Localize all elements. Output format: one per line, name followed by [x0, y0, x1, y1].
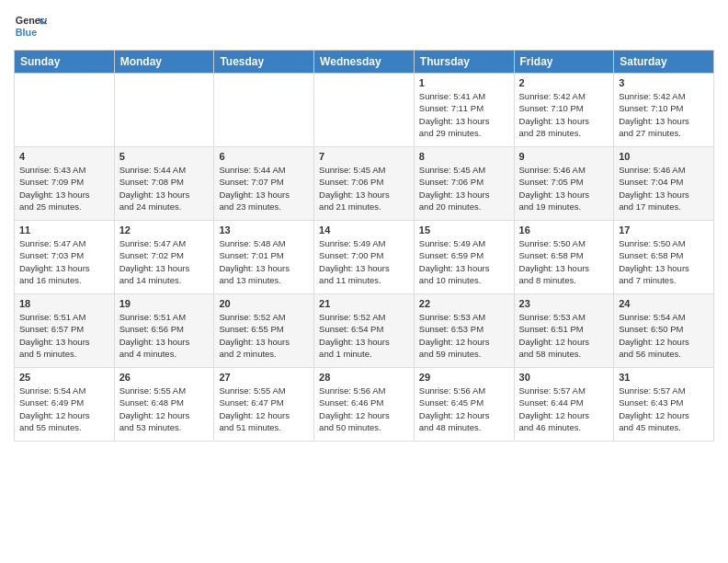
calendar-cell: 15Sunrise: 5:49 AMSunset: 6:59 PMDayligh… — [414, 221, 514, 294]
day-number: 26 — [119, 372, 210, 383]
calendar-cell: 29Sunrise: 5:56 AMSunset: 6:45 PMDayligh… — [414, 368, 514, 442]
calendar-cell: 21Sunrise: 5:52 AMSunset: 6:54 PMDayligh… — [314, 294, 415, 368]
day-number: 3 — [619, 77, 709, 88]
cell-content: Sunrise: 5:56 AMSunset: 6:45 PMDaylight:… — [419, 385, 509, 433]
week-row-3: 11Sunrise: 5:47 AMSunset: 7:03 PMDayligh… — [15, 221, 714, 294]
cell-content: Sunrise: 5:41 AMSunset: 7:11 PMDaylight:… — [419, 90, 509, 139]
cell-content: Sunrise: 5:53 AMSunset: 6:51 PMDaylight:… — [519, 311, 609, 360]
cell-content: Sunrise: 5:48 AMSunset: 7:01 PMDaylight:… — [219, 237, 309, 286]
day-number: 15 — [419, 224, 509, 236]
day-number: 20 — [219, 298, 309, 309]
calendar-cell: 3Sunrise: 5:42 AMSunset: 7:10 PMDaylight… — [614, 74, 714, 147]
calendar-cell: 31Sunrise: 5:57 AMSunset: 6:43 PMDayligh… — [614, 368, 714, 442]
cell-content: Sunrise: 5:57 AMSunset: 6:44 PMDaylight:… — [519, 385, 609, 433]
week-row-4: 18Sunrise: 5:51 AMSunset: 6:57 PMDayligh… — [15, 294, 714, 368]
calendar-cell — [114, 74, 214, 147]
calendar-cell — [214, 74, 314, 147]
day-number: 6 — [219, 151, 309, 162]
cell-content: Sunrise: 5:51 AMSunset: 6:57 PMDaylight:… — [19, 311, 109, 360]
day-header-monday: Monday — [114, 51, 214, 74]
cell-content: Sunrise: 5:47 AMSunset: 7:02 PMDaylight:… — [119, 237, 210, 286]
calendar-cell — [15, 74, 115, 147]
day-number: 27 — [219, 372, 309, 383]
svg-text:Blue: Blue — [16, 27, 37, 38]
calendar-cell: 8Sunrise: 5:45 AMSunset: 7:06 PMDaylight… — [414, 147, 514, 221]
cell-content: Sunrise: 5:46 AMSunset: 7:05 PMDaylight:… — [519, 164, 609, 213]
calendar-cell: 13Sunrise: 5:48 AMSunset: 7:01 PMDayligh… — [214, 221, 314, 294]
day-number: 29 — [419, 372, 509, 383]
calendar-cell: 11Sunrise: 5:47 AMSunset: 7:03 PMDayligh… — [15, 221, 115, 294]
day-number: 14 — [319, 224, 409, 236]
calendar-cell: 24Sunrise: 5:54 AMSunset: 6:50 PMDayligh… — [614, 294, 714, 368]
cell-content: Sunrise: 5:49 AMSunset: 7:00 PMDaylight:… — [319, 237, 409, 286]
cell-content: Sunrise: 5:45 AMSunset: 7:06 PMDaylight:… — [419, 164, 509, 213]
cell-content: Sunrise: 5:43 AMSunset: 7:09 PMDaylight:… — [19, 164, 109, 213]
day-number: 5 — [119, 151, 210, 162]
calendar-cell: 7Sunrise: 5:45 AMSunset: 7:06 PMDaylight… — [314, 147, 415, 221]
day-number: 28 — [319, 372, 409, 383]
logo: General Blue — [14, 9, 47, 42]
cell-content: Sunrise: 5:42 AMSunset: 7:10 PMDaylight:… — [519, 90, 609, 139]
page: General Blue SundayMondayTuesdayWednesda… — [0, 0, 728, 451]
day-number: 23 — [519, 298, 609, 309]
day-number: 16 — [519, 224, 609, 236]
cell-content: Sunrise: 5:46 AMSunset: 7:04 PMDaylight:… — [619, 164, 709, 213]
week-row-2: 4Sunrise: 5:43 AMSunset: 7:09 PMDaylight… — [15, 147, 714, 221]
cell-content: Sunrise: 5:44 AMSunset: 7:08 PMDaylight:… — [119, 164, 210, 213]
cell-content: Sunrise: 5:47 AMSunset: 7:03 PMDaylight:… — [19, 237, 109, 286]
cell-content: Sunrise: 5:50 AMSunset: 6:58 PMDaylight:… — [619, 237, 709, 286]
calendar-cell: 10Sunrise: 5:46 AMSunset: 7:04 PMDayligh… — [614, 147, 714, 221]
day-header-sunday: Sunday — [15, 51, 115, 74]
cell-content: Sunrise: 5:52 AMSunset: 6:55 PMDaylight:… — [219, 311, 309, 360]
day-number: 8 — [419, 151, 509, 162]
calendar-cell: 16Sunrise: 5:50 AMSunset: 6:58 PMDayligh… — [514, 221, 614, 294]
calendar-cell: 18Sunrise: 5:51 AMSunset: 6:57 PMDayligh… — [15, 294, 115, 368]
cell-content: Sunrise: 5:57 AMSunset: 6:43 PMDaylight:… — [619, 385, 709, 433]
day-header-thursday: Thursday — [414, 51, 514, 74]
cell-content: Sunrise: 5:42 AMSunset: 7:10 PMDaylight:… — [619, 90, 709, 139]
cell-content: Sunrise: 5:44 AMSunset: 7:07 PMDaylight:… — [219, 164, 309, 213]
calendar-cell: 6Sunrise: 5:44 AMSunset: 7:07 PMDaylight… — [214, 147, 314, 221]
day-header-tuesday: Tuesday — [214, 51, 314, 74]
calendar-cell: 28Sunrise: 5:56 AMSunset: 6:46 PMDayligh… — [314, 368, 415, 442]
day-number: 4 — [19, 151, 109, 162]
day-number: 18 — [19, 298, 109, 309]
week-row-5: 25Sunrise: 5:54 AMSunset: 6:49 PMDayligh… — [15, 368, 714, 442]
cell-content: Sunrise: 5:54 AMSunset: 6:50 PMDaylight:… — [619, 311, 709, 360]
day-number: 2 — [519, 77, 609, 88]
logo-icon: General Blue — [14, 9, 47, 42]
calendar-cell: 4Sunrise: 5:43 AMSunset: 7:09 PMDaylight… — [15, 147, 115, 221]
day-number: 11 — [19, 224, 109, 236]
header-row: SundayMondayTuesdayWednesdayThursdayFrid… — [15, 51, 714, 74]
calendar-cell: 9Sunrise: 5:46 AMSunset: 7:05 PMDaylight… — [514, 147, 614, 221]
cell-content: Sunrise: 5:49 AMSunset: 6:59 PMDaylight:… — [419, 237, 509, 286]
header: General Blue — [14, 9, 714, 42]
calendar-cell: 17Sunrise: 5:50 AMSunset: 6:58 PMDayligh… — [614, 221, 714, 294]
cell-content: Sunrise: 5:54 AMSunset: 6:49 PMDaylight:… — [19, 385, 109, 433]
calendar-cell: 27Sunrise: 5:55 AMSunset: 6:47 PMDayligh… — [214, 368, 314, 442]
cell-content: Sunrise: 5:45 AMSunset: 7:06 PMDaylight:… — [319, 164, 409, 213]
day-number: 12 — [119, 224, 210, 236]
cell-content: Sunrise: 5:55 AMSunset: 6:48 PMDaylight:… — [119, 385, 210, 433]
day-number: 7 — [319, 151, 409, 162]
calendar-cell: 1Sunrise: 5:41 AMSunset: 7:11 PMDaylight… — [414, 74, 514, 147]
cell-content: Sunrise: 5:52 AMSunset: 6:54 PMDaylight:… — [319, 311, 409, 360]
calendar-cell: 19Sunrise: 5:51 AMSunset: 6:56 PMDayligh… — [114, 294, 214, 368]
calendar-cell: 26Sunrise: 5:55 AMSunset: 6:48 PMDayligh… — [114, 368, 214, 442]
cell-content: Sunrise: 5:50 AMSunset: 6:58 PMDaylight:… — [519, 237, 609, 286]
day-header-wednesday: Wednesday — [314, 51, 415, 74]
calendar-cell — [314, 74, 415, 147]
calendar-cell: 12Sunrise: 5:47 AMSunset: 7:02 PMDayligh… — [114, 221, 214, 294]
day-number: 13 — [219, 224, 309, 236]
cell-content: Sunrise: 5:55 AMSunset: 6:47 PMDaylight:… — [219, 385, 309, 433]
calendar-table: SundayMondayTuesdayWednesdayThursdayFrid… — [14, 50, 714, 442]
calendar-cell: 14Sunrise: 5:49 AMSunset: 7:00 PMDayligh… — [314, 221, 415, 294]
day-header-friday: Friday — [514, 51, 614, 74]
day-number: 1 — [419, 77, 509, 88]
calendar-cell: 2Sunrise: 5:42 AMSunset: 7:10 PMDaylight… — [514, 74, 614, 147]
cell-content: Sunrise: 5:56 AMSunset: 6:46 PMDaylight:… — [319, 385, 409, 433]
day-number: 19 — [119, 298, 210, 309]
calendar-cell: 30Sunrise: 5:57 AMSunset: 6:44 PMDayligh… — [514, 368, 614, 442]
day-number: 25 — [19, 372, 109, 383]
day-number: 24 — [619, 298, 709, 309]
